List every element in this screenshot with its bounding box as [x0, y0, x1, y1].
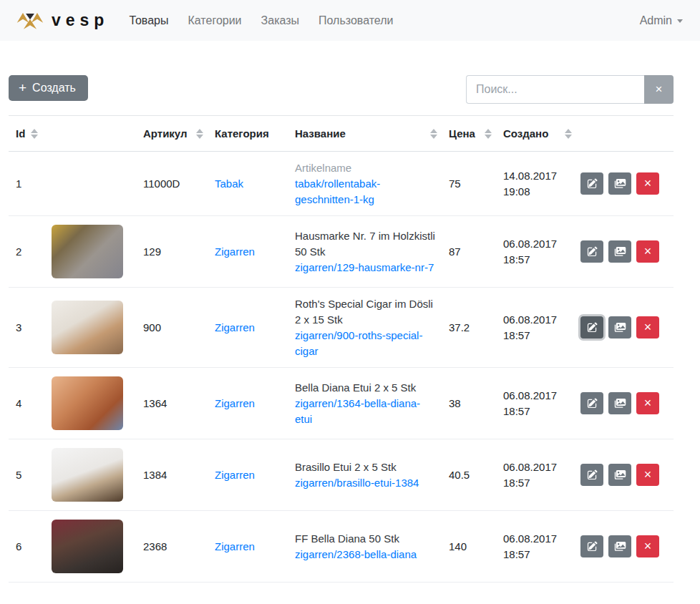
header-actions	[578, 116, 674, 152]
cell-image	[43, 288, 137, 368]
product-slug-link[interactable]: zigarren/900-roths-special-cigar	[295, 328, 437, 359]
category-link[interactable]: Zigarren	[215, 397, 255, 409]
plus-icon: +	[19, 83, 26, 93]
cell-created: 06.08.2017 18:57	[497, 216, 578, 288]
cell-name: Hausmarke Nr. 7 im Holzkistli 50 Stk zig…	[289, 216, 443, 288]
header-name[interactable]: Название	[289, 116, 443, 152]
product-slug-link[interactable]: tabak/rollentabak-geschnitten-1-kg	[295, 176, 437, 208]
product-name: FF Bella Diana 50 Stk	[295, 531, 437, 547]
table-row: 3 900 Zigarren Roth's Special Cigar im D…	[9, 288, 674, 368]
category-link[interactable]: Zigarren	[215, 245, 255, 258]
cell-category: Zigarren	[209, 216, 289, 288]
cell-category: Zigarren	[209, 439, 289, 511]
cell-name: Roth's Special Cigar im Dösli 2 x 15 Stk…	[289, 288, 443, 368]
images-button[interactable]	[608, 172, 631, 195]
product-slug-link[interactable]: zigarren/2368-bella-diana	[295, 547, 437, 562]
product-slug-link[interactable]: zigarren/129-hausmarke-nr-7	[295, 260, 437, 276]
delete-button[interactable]: ×	[636, 316, 659, 338]
product-image	[52, 448, 123, 502]
cell-actions: ×	[578, 439, 674, 511]
product-name: Bella Diana Etui 2 x 5 Stk	[295, 380, 437, 396]
cell-image	[43, 152, 137, 216]
cell-category: Zigarren	[209, 288, 289, 368]
images-button[interactable]	[608, 392, 631, 414]
brand-text: vesp	[52, 11, 109, 30]
cell-sku: 2368	[137, 511, 209, 583]
cell-sku: 11000D	[137, 152, 209, 216]
cell-image	[43, 439, 137, 511]
edit-button[interactable]	[580, 172, 603, 195]
cell-category: Zigarren	[209, 368, 289, 439]
cell-name: Artikelname tabak/rollentabak-geschnitte…	[289, 152, 443, 216]
cell-sku: 1364	[137, 368, 209, 439]
user-dropdown[interactable]: Admin	[640, 14, 683, 27]
category-link[interactable]: Tabak	[215, 177, 243, 190]
images-button[interactable]	[608, 240, 631, 263]
cell-price: 87	[443, 216, 497, 288]
cell-created: 14.08.2017 19:08	[497, 152, 578, 216]
table-header-row: Id Артикул Категория Название Цена Созда…	[9, 116, 674, 152]
category-link[interactable]: Zigarren	[215, 469, 255, 481]
delete-button[interactable]: ×	[636, 240, 659, 263]
delete-button[interactable]: ×	[636, 172, 659, 195]
cell-id: 5	[9, 439, 43, 511]
cell-image	[43, 368, 137, 439]
edit-button[interactable]	[580, 392, 603, 414]
nav-item-products[interactable]: Товары	[129, 14, 168, 27]
edit-button[interactable]	[580, 464, 603, 486]
product-slug-link[interactable]: zigarren/1364-bella-diana-etui	[295, 396, 437, 427]
sort-icon	[559, 129, 572, 139]
sort-icon	[424, 129, 437, 139]
create-button[interactable]: + Создать	[9, 75, 88, 101]
delete-button[interactable]: ×	[636, 535, 659, 557]
delete-button[interactable]: ×	[636, 392, 659, 414]
chevron-down-icon	[677, 19, 683, 23]
edit-button[interactable]	[580, 535, 603, 557]
top-navbar: vesp Товары Категории Заказы Пользовател…	[0, 0, 700, 41]
delete-button[interactable]: ×	[636, 464, 659, 486]
cell-created: 06.08.2017 18:57	[497, 368, 578, 439]
cell-actions: ×	[578, 288, 674, 368]
category-link[interactable]: Zigarren	[215, 321, 255, 333]
sort-icon	[190, 129, 203, 139]
table-row: 2 129 Zigarren Hausmarke Nr. 7 im Holzki…	[9, 216, 674, 288]
cell-id: 3	[9, 288, 43, 368]
header-price[interactable]: Цена	[443, 116, 497, 152]
category-link[interactable]: Zigarren	[215, 540, 255, 552]
product-image	[52, 376, 123, 430]
product-name: Hausmarke Nr. 7 im Holzkistli 50 Stk	[295, 228, 437, 260]
cell-category: Tabak	[209, 152, 289, 216]
edit-button[interactable]	[580, 240, 603, 263]
nav-item-orders[interactable]: Заказы	[261, 14, 299, 27]
header-created[interactable]: Создано	[497, 116, 578, 152]
product-slug-link[interactable]: zigarren/brasillo-etui-1384	[295, 475, 437, 491]
images-button[interactable]	[608, 535, 631, 557]
header-category: Категория	[209, 116, 289, 152]
edit-button[interactable]	[580, 316, 603, 338]
images-button[interactable]	[608, 316, 631, 338]
header-image	[43, 116, 137, 152]
table-row: 6 2368 Zigarren FF Bella Diana 50 Stk zi…	[9, 511, 674, 583]
cell-actions: ×	[578, 368, 674, 439]
create-button-label: Создать	[32, 82, 76, 94]
cell-price: 140	[443, 511, 497, 583]
header-id[interactable]: Id	[9, 116, 43, 152]
nav-item-categories[interactable]: Категории	[188, 14, 241, 27]
search-input[interactable]	[466, 75, 644, 104]
nav-item-users[interactable]: Пользователи	[319, 14, 393, 27]
cell-image	[43, 216, 137, 288]
cell-id: 4	[9, 368, 43, 439]
cell-created: 06.08.2017 18:57	[497, 288, 578, 368]
images-button[interactable]	[608, 464, 631, 486]
cell-name: FF Bella Diana 50 Stk zigarren/2368-bell…	[289, 511, 443, 583]
header-sku[interactable]: Артикул	[137, 116, 209, 152]
brand-logo[interactable]: vesp	[16, 11, 109, 30]
cell-id: 2	[9, 216, 43, 288]
cell-created: 06.08.2017 18:57	[497, 439, 578, 511]
cell-image	[43, 511, 137, 583]
cell-sku: 900	[137, 288, 209, 368]
sort-icon	[479, 129, 492, 139]
cell-actions: ×	[578, 511, 674, 583]
products-table: Id Артикул Категория Название Цена Созда…	[9, 115, 674, 583]
clear-search-button[interactable]: ×	[644, 75, 674, 104]
